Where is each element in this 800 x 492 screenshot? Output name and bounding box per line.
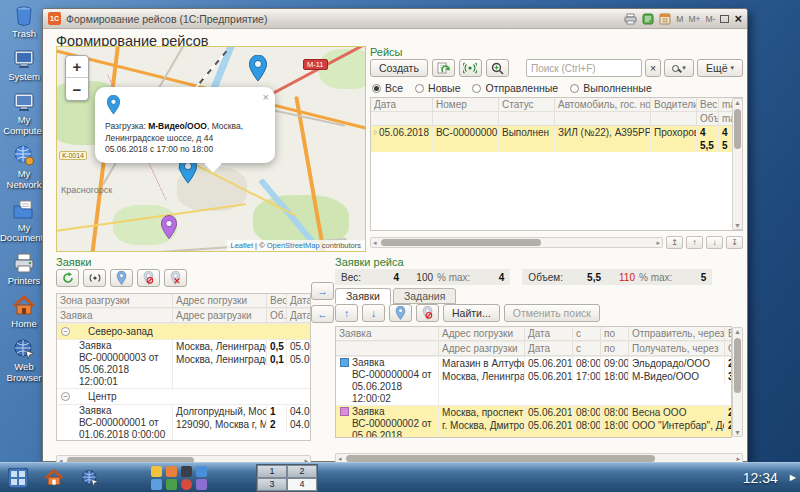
map-marker-purple[interactable]	[161, 215, 177, 240]
chevron-down-icon: ▾	[682, 64, 686, 72]
find-button[interactable]: Найти...	[443, 304, 500, 322]
requests-title: Заявки	[56, 256, 311, 268]
requests-group-row[interactable]: − Северо-запад	[57, 324, 310, 340]
browser-globe-icon	[12, 337, 36, 361]
zoom-out-button[interactable]: −	[66, 78, 88, 100]
tray-icon[interactable]	[166, 466, 177, 477]
tray-icon[interactable]	[166, 479, 177, 490]
tab-requests[interactable]: Заявки	[335, 288, 391, 304]
move-down-button[interactable]: ↓	[362, 304, 385, 322]
create-by-copy-button[interactable]	[432, 59, 455, 77]
desktop-icon-my-computer[interactable]: My Computer	[0, 90, 48, 137]
requests-row[interactable]: Заявка ВС-000000003 от 05.06.2018 12:00:…	[57, 340, 310, 389]
cancel-search-button[interactable]: Отменить поиск	[504, 304, 600, 322]
filter-radio-done[interactable]: Выполненные	[570, 82, 652, 94]
desktop-icon-printers[interactable]: Printers	[0, 251, 48, 287]
tray-icon[interactable]	[196, 466, 207, 477]
green-note-icon[interactable]	[642, 13, 654, 25]
maximize-button[interactable]	[720, 15, 729, 23]
trip-row-selected[interactable]: Заявка ВС-000000002 от 05.06.2018 12:00:…	[336, 406, 731, 438]
taskbar-home-button[interactable]	[44, 468, 64, 488]
collapse-icon[interactable]: −	[61, 327, 70, 336]
1c-app-icon: 1С	[48, 12, 61, 25]
create-button[interactable]: Создать	[370, 59, 428, 77]
map-road-badge: М-11	[303, 59, 328, 70]
page-up-button[interactable]: ↑	[686, 236, 703, 249]
show-on-map-button[interactable]	[389, 304, 412, 322]
workspace-1[interactable]: 1	[257, 465, 287, 478]
memory-m-button[interactable]: М	[676, 14, 683, 24]
requests-group-row[interactable]: − Центр	[57, 389, 310, 405]
desktop-icon-trash[interactable]: Trash	[0, 4, 48, 40]
memory-m-plus-button[interactable]: М+	[688, 14, 700, 24]
flights-row[interactable]: 05.06.2018 ВС-000000001 Выполнен ЗИЛ (№2…	[371, 126, 742, 152]
map-scale-button[interactable]	[486, 59, 509, 77]
desktop-icon-my-network[interactable]: My Network	[0, 144, 48, 191]
page-down-button[interactable]: ↓	[706, 236, 723, 249]
monitoring-button[interactable]	[83, 269, 106, 287]
osm-link[interactable]: OpenStreetMap	[267, 241, 320, 250]
refresh-button[interactable]	[56, 269, 79, 287]
desktop-icon-label: My Computer	[0, 115, 48, 137]
memory-m-minus-button[interactable]: М-	[705, 14, 715, 24]
tray-icon[interactable]	[196, 479, 207, 490]
trip-row[interactable]: Заявка ВС-000000004 от 05.06.2018 12:00:…	[336, 357, 731, 406]
search-clear-button[interactable]: ×	[645, 59, 661, 77]
show-on-map-button[interactable]	[110, 269, 133, 287]
go-last-button[interactable]: ↧	[726, 236, 743, 249]
popup-close-icon[interactable]: ×	[263, 90, 269, 105]
go-first-button[interactable]: ↥	[666, 236, 683, 249]
more-button[interactable]: Ещё▾	[697, 59, 743, 77]
popup-text: Разгрузка: М-Видео/ООО, Москва, Ленингра…	[105, 121, 265, 144]
flights-horizontal-scrollbar[interactable]: ◂ ▸	[370, 237, 663, 248]
desktop-icon-my-documents[interactable]: My Documents	[0, 198, 48, 245]
requests-table-header[interactable]: Зона разгрузки Адрес погрузкиВесДата	[57, 294, 310, 309]
trip-table-header[interactable]: Заявка Адрес погрузкиДатаспоОтправитель,…	[336, 327, 731, 342]
desktop-icon-home[interactable]: Home	[0, 294, 48, 330]
radio-icon	[570, 84, 579, 93]
taskbar-expand-icon[interactable]: ▶	[790, 473, 796, 482]
monitoring-button[interactable]	[459, 59, 482, 77]
calendar-icon[interactable]	[659, 13, 671, 25]
weight-percent: 100	[403, 272, 433, 283]
workspace-4[interactable]: 4	[287, 478, 317, 491]
zoom-in-button[interactable]: +	[66, 56, 88, 78]
start-menu-button[interactable]	[8, 468, 28, 488]
tray-icon[interactable]	[181, 466, 192, 477]
filter-radio-new[interactable]: Новые	[415, 82, 460, 94]
move-up-button[interactable]: ↑	[335, 304, 358, 322]
flights-table-header[interactable]: ДатаНомер СтатусАвтомобиль, гос. номер В…	[371, 98, 742, 126]
flights-vertical-scrollbar[interactable]: ▲ ▼	[732, 98, 743, 230]
desktop-icon-label: Web Browser	[0, 362, 48, 384]
desktop-icon-system[interactable]: System	[0, 47, 48, 83]
search-input[interactable]	[526, 59, 642, 77]
map[interactable]: Химки Красногорск М-11 К-0014 + − × Разг…	[56, 46, 366, 252]
leaflet-link[interactable]: Leaflet	[231, 241, 254, 250]
workspace-3[interactable]: 3	[257, 478, 287, 491]
radio-icon	[472, 84, 481, 93]
map-marker-blue[interactable]	[249, 55, 267, 82]
tray-icon[interactable]	[151, 466, 162, 477]
filter-radio-sent[interactable]: Отправленные	[472, 82, 558, 94]
filter-radio-all[interactable]: Все	[372, 82, 403, 94]
desktop-icon-label: Home	[11, 319, 36, 330]
desktop-icon-label: My Documents	[0, 223, 48, 245]
window-titlebar[interactable]: 1С Формирование рейсов (1С:Предприятие) …	[43, 9, 747, 29]
tray-icon[interactable]	[181, 479, 192, 490]
taskbar-browser-button[interactable]	[80, 468, 100, 488]
add-to-trip-button[interactable]: →	[311, 282, 334, 300]
requests-row[interactable]: Заявка ВС-000000001 от 01.06.2018 0:00:0…	[57, 405, 310, 441]
trip-vertical-scrollbar[interactable]: ▲ ▼	[732, 327, 743, 437]
collapse-icon[interactable]: −	[61, 392, 70, 401]
desktop-icon-web-browser[interactable]: Web Browser	[0, 337, 48, 384]
remove-from-trip-button[interactable]: ←	[311, 305, 334, 323]
close-button[interactable]: ×	[734, 12, 742, 25]
workspace-2[interactable]: 2	[287, 465, 317, 478]
hide-all-pins-button[interactable]	[164, 269, 187, 287]
hide-pin-button[interactable]	[416, 304, 439, 322]
tray-icon[interactable]	[151, 479, 162, 490]
tab-tasks[interactable]: Задания	[393, 288, 457, 304]
hide-pin-button[interactable]	[137, 269, 160, 287]
print-icon[interactable]	[624, 13, 637, 25]
search-button[interactable]: ▾	[664, 59, 694, 77]
